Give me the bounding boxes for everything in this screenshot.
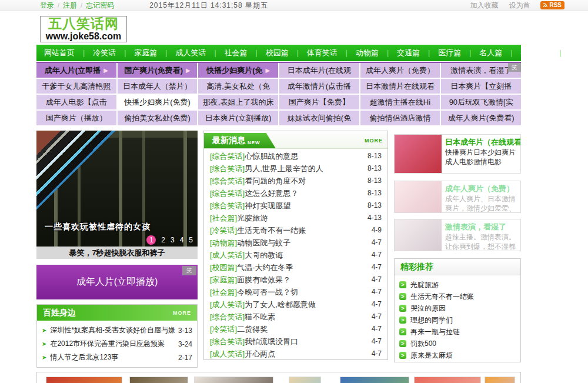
item-date: 4-7 <box>372 286 382 298</box>
pager-dot[interactable]: 3 <box>171 236 175 244</box>
pager-dot[interactable]: 5 <box>189 236 193 244</box>
thumbnail-image[interactable] <box>46 377 122 383</box>
register-link[interactable]: 注册 <box>63 1 77 11</box>
nav-item[interactable]: 家庭篇 <box>130 48 171 58</box>
thumbnail-image[interactable] <box>414 377 481 383</box>
more-link[interactable]: MORE <box>173 310 191 316</box>
news-item[interactable]: [社会篇] 今晚可否一战？切 4-7 <box>210 286 382 298</box>
ad-link-cell[interactable]: 激情表演，看湿了 ▶ 笑 <box>441 63 521 78</box>
list-item[interactable]: ➤ 在2012市环保完善重污染日应急预案 3-24 <box>42 337 192 351</box>
promo-card[interactable]: 日本成年片（在线观看） 快播爽片日本少妇爽片成人电影激情电影 <box>394 134 521 174</box>
pager-dot[interactable]: 4 <box>180 236 184 244</box>
news-item[interactable]: [综合笑话] 心惊胆战的意思 8-13 <box>210 150 382 162</box>
recommend-item[interactable]: > 哭泣的原因 <box>399 302 516 314</box>
ad-link-cell[interactable]: 快播少妇爽片(免 ▶ <box>198 63 278 78</box>
thumbnail-image[interactable] <box>289 377 321 383</box>
recommend-item[interactable]: > 生活无奇不有一结账 <box>399 291 516 302</box>
news-item[interactable]: [校园篇] 气温-大约在冬季 4-7 <box>210 261 382 274</box>
thumbnail-image[interactable] <box>485 377 515 383</box>
recommend-item[interactable]: > 再来一瓶与拉链 <box>399 326 516 338</box>
news-item[interactable]: [综合笑话] 我怕流氓没胃口 4-7 <box>210 335 382 348</box>
thumbnail-image[interactable] <box>129 377 188 383</box>
ad-link-cell[interactable]: 日本激情片在线观看 ▶ <box>360 79 440 94</box>
recommend-item[interactable]: > 罚款500 <box>399 338 516 349</box>
news-item[interactable]: [社会篇] 光腚旅游 4-13 <box>210 212 382 224</box>
nav-item[interactable]: 校园篇 <box>262 48 303 58</box>
ad-link-cell[interactable]: 快播少妇爽片(免费) ▶ <box>118 95 198 109</box>
ad-link-cell[interactable]: 国产爽片（播放） ▶ <box>36 111 116 125</box>
nav-item[interactable]: 搞笑歌词 <box>566 48 588 58</box>
promo-card[interactable]: 激情表演，看湿了 超辣主播。激情表演。让你爽到爆，想不湿都难 <box>394 219 521 251</box>
ad-link-cell[interactable]: 妹妹试衣间偷拍(免 ▶ <box>279 111 359 125</box>
ad-link-cell[interactable]: 成年人爽片(免费看) ▶ <box>441 111 521 125</box>
list-item[interactable]: ➤ 深圳性*奴案真相-受害女谈好价自愿与嫌 3-13 <box>42 324 192 337</box>
ad-link-cell[interactable]: 超激情主播在线Hi ▶ <box>360 95 440 109</box>
nav-item[interactable]: 社会篇 <box>220 48 262 58</box>
news-item[interactable]: [综合笑话] 猫不吃素 4-7 <box>210 311 382 323</box>
promo-banner[interactable]: 成年人片(立即播放) 笑 <box>36 265 198 299</box>
set-homepage-link[interactable]: 设为首 <box>509 1 530 11</box>
news-item[interactable]: [综合笑话] 这怎么好意思？ 8-13 <box>210 187 382 199</box>
nav-item[interactable]: 交通篇 <box>393 48 434 58</box>
news-item[interactable]: [成人笑话] 为了女人,啥都愿意做 4-7 <box>210 298 382 311</box>
pager-dot[interactable]: 1 <box>146 235 156 245</box>
ad-link-cell[interactable]: 国产爽片(免费看) ▶ <box>118 63 198 78</box>
ad-link-cell[interactable]: 日本成年人（禁片） ▶ <box>118 79 198 94</box>
nav-item[interactable]: 动物篇 <box>352 48 393 58</box>
nav-item[interactable]: 体育笑话 <box>303 48 352 58</box>
ad-link-cell[interactable]: 日本爽片【立刻播 ▶ <box>441 79 521 94</box>
baixing-header: 百姓身边 MORE <box>37 305 197 321</box>
nav-item[interactable]: 名人篇 <box>475 48 516 58</box>
ad-link-cell[interactable]: 那夜,表姐上了我的床 ▶ <box>198 95 278 109</box>
thumbnail-image[interactable] <box>340 377 409 383</box>
item-date: 4-7 <box>372 261 382 274</box>
promo-card[interactable]: 成年人爽片（免费） 成年人爽片、日本激情爽片，激情少妇爱爱、（免 <box>394 181 521 213</box>
nav-item[interactable]: 网站首页 <box>40 48 89 58</box>
slideshow-pager: 12345 <box>146 235 193 245</box>
news-item[interactable]: [综合笑话] 男人,世界上最辛苦的人 8-13 <box>210 162 382 175</box>
recommend-item[interactable]: > 理想的同学们 <box>399 314 516 326</box>
news-category: [动物篇] <box>210 237 237 249</box>
ad-link-cell[interactable]: 成年人电影【点击 ▶ <box>36 95 116 109</box>
ad-link-cell[interactable]: 干爹干女儿高清艳照 ▶ <box>36 79 116 94</box>
login-link[interactable]: 登录 <box>40 1 54 11</box>
baixing-panel: 百姓身边 MORE ➤ 深圳性*奴案真相-受害女谈好价自愿与嫌 3-13 ➤ <box>36 304 198 368</box>
recommend-item[interactable]: > 光腚旅游 <box>399 279 516 291</box>
nav-item[interactable]: 冷笑话 <box>89 48 130 58</box>
nav-item[interactable]: 搞笑图片 <box>516 48 565 58</box>
news-item[interactable]: [家庭篇] 面膜有啥效果？ 4-7 <box>210 274 382 286</box>
ad-link-cell[interactable]: 高清,美女私处（免 ▶ <box>198 79 278 94</box>
ad-link-cell[interactable]: 日本成年片(在线观 ▶ <box>279 63 359 78</box>
news-item[interactable]: [动物篇] 动物医院与蚊子 4-7 <box>210 237 382 249</box>
news-item[interactable]: [综合笑话] 看问题的角度不对 8-13 <box>210 175 382 187</box>
ad-link-cell[interactable]: 日本爽片(立刻播放) ▶ <box>198 111 278 125</box>
add-favorite-link[interactable]: 加入收藏 <box>470 1 498 11</box>
slideshow[interactable]: 一些喜欢玩被性虐待的女孩 12345 <box>36 131 198 247</box>
pager-dot[interactable]: 2 <box>161 236 165 244</box>
ad-link-cell[interactable]: 成年人片(立即播 ▶ <box>36 63 116 78</box>
ad-link-cell[interactable]: 国产爽片【免费】 ▶ <box>279 95 359 109</box>
ad-link-cell[interactable]: 90后玩双飞激情[实 ▶ <box>441 95 521 109</box>
rss-button[interactable]: RSS <box>540 1 564 9</box>
news-item[interactable]: [成人笑话] 开心两点 4-7 <box>210 348 382 360</box>
thumbnail-image[interactable] <box>194 377 273 383</box>
news-item[interactable]: [冷笑话] 生活无奇不有一结账 4-9 <box>210 224 382 237</box>
more-link[interactable]: MORE <box>365 138 383 144</box>
ad-link-cell[interactable]: 偷拍情侣酒店激情 ▶ <box>360 111 440 125</box>
recommend-item[interactable]: > 原来是太麻烦 <box>399 349 516 361</box>
ad-link-cell[interactable]: 偷拍美女私处(免费) ▶ <box>118 111 198 125</box>
list-item[interactable]: ➤ 情人节之后北京123事 2-17 <box>42 351 192 364</box>
nav-item[interactable]: 成人笑话 <box>171 48 220 58</box>
forgot-password-link[interactable]: 忘记密码 <box>86 1 114 11</box>
site-logo[interactable]: 五八笑话网 www.joke58.com <box>40 16 127 42</box>
news-item[interactable]: [冷笑话] 二货得奖 4-7 <box>210 323 382 335</box>
watermark-icon: 笑 <box>508 63 521 72</box>
news-item[interactable]: [综合笑话] 神灯实现愿望 8-13 <box>210 199 382 212</box>
green-square-arrow-icon: > <box>399 317 406 324</box>
slideshow-title-bar[interactable]: 暴笑，7秒超快脱衣服和裤子 <box>36 247 198 259</box>
account-links: 登录 / 注册 / 忘记密码 <box>40 1 114 11</box>
ad-link-cell[interactable]: 成年激情片(点击播 ▶ <box>279 79 359 94</box>
ad-link-cell[interactable]: 成年人爽片（免费） ▶ <box>360 63 440 78</box>
news-item[interactable]: [成人笑话] 大哥的教诲 4-7 <box>210 249 382 261</box>
nav-item[interactable]: 医疗篇 <box>434 48 475 58</box>
